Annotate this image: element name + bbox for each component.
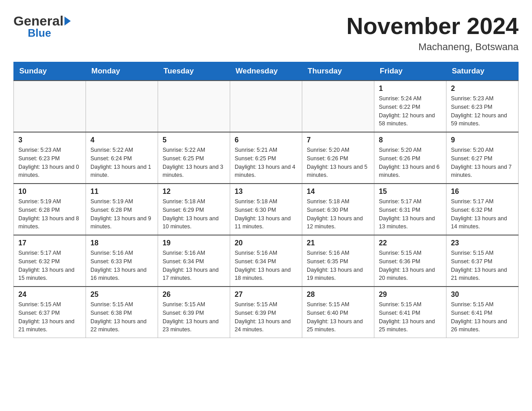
day-number: 27 [235,291,297,299]
calendar-table: Sunday Monday Tuesday Wednesday Thursday… [13,62,519,338]
table-row: 26Sunrise: 5:15 AM Sunset: 6:39 PM Dayli… [158,287,230,338]
day-number: 12 [163,188,225,196]
header-tuesday: Tuesday [158,62,230,81]
day-info: Sunrise: 5:20 AM Sunset: 6:26 PM Dayligh… [307,146,369,180]
day-number: 17 [18,239,81,247]
day-info: Sunrise: 5:21 AM Sunset: 6:25 PM Dayligh… [235,146,297,180]
day-info: Sunrise: 5:15 AM Sunset: 6:37 PM Dayligh… [451,249,514,283]
title-block: November 2024 Machaneng, Botswana [347,13,519,53]
table-row: 8Sunrise: 5:20 AM Sunset: 6:26 PM Daylig… [374,132,446,184]
logo-general-text: General [13,13,64,29]
table-row: 27Sunrise: 5:15 AM Sunset: 6:39 PM Dayli… [230,287,302,338]
month-title: November 2024 [347,13,519,39]
table-row [158,81,230,132]
day-info: Sunrise: 5:17 AM Sunset: 6:32 PM Dayligh… [451,197,514,231]
day-info: Sunrise: 5:17 AM Sunset: 6:32 PM Dayligh… [18,249,81,283]
day-number: 13 [235,188,297,196]
day-number: 20 [235,239,297,247]
day-info: Sunrise: 5:18 AM Sunset: 6:30 PM Dayligh… [307,197,369,231]
table-row [86,81,158,132]
day-info: Sunrise: 5:15 AM Sunset: 6:41 PM Dayligh… [379,300,442,334]
day-info: Sunrise: 5:23 AM Sunset: 6:23 PM Dayligh… [18,146,81,180]
day-info: Sunrise: 5:16 AM Sunset: 6:34 PM Dayligh… [235,249,297,283]
day-info: Sunrise: 5:16 AM Sunset: 6:34 PM Dayligh… [163,249,225,283]
header-thursday: Thursday [302,62,374,81]
day-info: Sunrise: 5:15 AM Sunset: 6:39 PM Dayligh… [163,300,225,334]
table-row: 15Sunrise: 5:17 AM Sunset: 6:31 PM Dayli… [374,184,446,235]
day-info: Sunrise: 5:15 AM Sunset: 6:36 PM Dayligh… [379,249,442,283]
table-row: 7Sunrise: 5:20 AM Sunset: 6:26 PM Daylig… [302,132,374,184]
day-number: 4 [90,136,153,144]
table-row: 22Sunrise: 5:15 AM Sunset: 6:36 PM Dayli… [374,235,446,287]
day-number: 10 [18,188,81,196]
day-info: Sunrise: 5:24 AM Sunset: 6:22 PM Dayligh… [379,94,442,128]
table-row [230,81,302,132]
day-number: 26 [163,291,225,299]
week-row-5: 24Sunrise: 5:15 AM Sunset: 6:37 PM Dayli… [14,287,519,338]
table-row: 2Sunrise: 5:23 AM Sunset: 6:23 PM Daylig… [446,81,519,132]
day-number: 25 [90,291,153,299]
day-number: 9 [451,136,514,144]
day-number: 29 [379,291,442,299]
table-row: 25Sunrise: 5:15 AM Sunset: 6:38 PM Dayli… [86,287,158,338]
table-row: 16Sunrise: 5:17 AM Sunset: 6:32 PM Dayli… [446,184,519,235]
day-info: Sunrise: 5:20 AM Sunset: 6:27 PM Dayligh… [451,146,514,180]
table-row: 19Sunrise: 5:16 AM Sunset: 6:34 PM Dayli… [158,235,230,287]
header-sunday: Sunday [14,62,86,81]
header-friday: Friday [374,62,446,81]
day-info: Sunrise: 5:15 AM Sunset: 6:40 PM Dayligh… [307,300,369,334]
table-row: 24Sunrise: 5:15 AM Sunset: 6:37 PM Dayli… [14,287,86,338]
day-number: 2 [451,85,514,93]
day-number: 19 [163,239,225,247]
table-row: 1Sunrise: 5:24 AM Sunset: 6:22 PM Daylig… [374,81,446,132]
page-header: General Blue November 2024 Machaneng, Bo… [13,13,519,53]
day-info: Sunrise: 5:19 AM Sunset: 6:28 PM Dayligh… [90,197,153,231]
table-row: 4Sunrise: 5:22 AM Sunset: 6:24 PM Daylig… [86,132,158,184]
table-row: 6Sunrise: 5:21 AM Sunset: 6:25 PM Daylig… [230,132,302,184]
table-row: 13Sunrise: 5:18 AM Sunset: 6:30 PM Dayli… [230,184,302,235]
day-info: Sunrise: 5:18 AM Sunset: 6:30 PM Dayligh… [235,197,297,231]
table-row: 14Sunrise: 5:18 AM Sunset: 6:30 PM Dayli… [302,184,374,235]
week-row-1: 1Sunrise: 5:24 AM Sunset: 6:22 PM Daylig… [14,81,519,132]
day-number: 22 [379,239,442,247]
day-info: Sunrise: 5:19 AM Sunset: 6:28 PM Dayligh… [18,197,81,231]
header-saturday: Saturday [446,62,519,81]
calendar-header-row: Sunday Monday Tuesday Wednesday Thursday… [14,62,519,81]
header-wednesday: Wednesday [230,62,302,81]
day-info: Sunrise: 5:22 AM Sunset: 6:25 PM Dayligh… [163,146,225,180]
day-info: Sunrise: 5:16 AM Sunset: 6:35 PM Dayligh… [307,249,369,283]
day-info: Sunrise: 5:15 AM Sunset: 6:37 PM Dayligh… [18,300,81,334]
table-row: 5Sunrise: 5:22 AM Sunset: 6:25 PM Daylig… [158,132,230,184]
day-info: Sunrise: 5:15 AM Sunset: 6:38 PM Dayligh… [90,300,153,334]
day-number: 16 [451,188,514,196]
day-number: 3 [18,136,81,144]
table-row: 10Sunrise: 5:19 AM Sunset: 6:28 PM Dayli… [14,184,86,235]
table-row [14,81,86,132]
day-number: 14 [307,188,369,196]
logo-blue-text: Blue [28,27,51,39]
day-number: 24 [18,291,81,299]
table-row: 9Sunrise: 5:20 AM Sunset: 6:27 PM Daylig… [446,132,519,184]
day-number: 28 [307,291,369,299]
table-row: 3Sunrise: 5:23 AM Sunset: 6:23 PM Daylig… [14,132,86,184]
table-row: 23Sunrise: 5:15 AM Sunset: 6:37 PM Dayli… [446,235,519,287]
table-row: 12Sunrise: 5:18 AM Sunset: 6:29 PM Dayli… [158,184,230,235]
week-row-2: 3Sunrise: 5:23 AM Sunset: 6:23 PM Daylig… [14,132,519,184]
table-row: 30Sunrise: 5:15 AM Sunset: 6:41 PM Dayli… [446,287,519,338]
table-row: 17Sunrise: 5:17 AM Sunset: 6:32 PM Dayli… [14,235,86,287]
day-number: 7 [307,136,369,144]
day-info: Sunrise: 5:15 AM Sunset: 6:39 PM Dayligh… [235,300,297,334]
day-number: 6 [235,136,297,144]
table-row: 28Sunrise: 5:15 AM Sunset: 6:40 PM Dayli… [302,287,374,338]
day-number: 23 [451,239,514,247]
table-row: 18Sunrise: 5:16 AM Sunset: 6:33 PM Dayli… [86,235,158,287]
day-number: 11 [90,188,153,196]
logo-triangle-icon [64,17,71,26]
table-row [302,81,374,132]
table-row: 21Sunrise: 5:16 AM Sunset: 6:35 PM Dayli… [302,235,374,287]
day-number: 8 [379,136,442,144]
day-number: 21 [307,239,369,247]
day-info: Sunrise: 5:20 AM Sunset: 6:26 PM Dayligh… [379,146,442,180]
day-info: Sunrise: 5:18 AM Sunset: 6:29 PM Dayligh… [163,197,225,231]
table-row: 11Sunrise: 5:19 AM Sunset: 6:28 PM Dayli… [86,184,158,235]
